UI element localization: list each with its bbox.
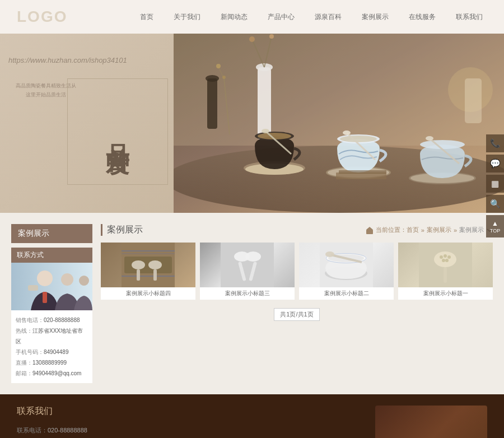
nav-contact[interactable]: 联系我们 — [451, 10, 487, 24]
gallery-img-2 — [200, 243, 295, 287]
footer-top: 联系我们 联系电话：020-88888888 电子邮件：9490489@qq.c… — [17, 406, 487, 438]
svg-point-9 — [249, 36, 255, 42]
pagination: 共1页/共1页 — [101, 308, 493, 321]
search-icon[interactable]: 🔍 — [486, 195, 504, 213]
contact-photo — [11, 263, 92, 310]
contact-box: 联系方式 — [11, 248, 92, 383]
nav-about[interactable]: 关于我们 — [169, 10, 205, 24]
gallery-caption-1: 案例展示小标题四 — [101, 287, 195, 300]
contact-box-title: 联系方式 — [11, 248, 92, 263]
footer-map-area — [375, 406, 487, 438]
footer-info: 联系电话：020-88888888 电子邮件：9490489@qq.com 手机… — [17, 424, 353, 438]
nav-home[interactable]: 首页 — [136, 10, 158, 24]
content-area: 案例展示 当前位置：首页 » 案例展示 » 案例展示 — [101, 224, 493, 383]
gallery: 案例展示小标题四 案例展示小标题三 — [101, 243, 493, 300]
gallery-caption-2: 案例展示小标题三 — [200, 287, 295, 300]
svg-point-33 — [222, 76, 226, 79]
svg-rect-40 — [43, 292, 47, 303]
footer-title: 联系我们 — [17, 406, 353, 417]
contact-fax: 直播：13088889999 — [16, 357, 88, 368]
gallery-item-3[interactable]: 案例展示小标题二 — [299, 243, 394, 300]
qr-icon[interactable]: ▦ — [486, 175, 504, 193]
sidebar-title: 案例展示 — [11, 224, 92, 243]
svg-point-37 — [37, 271, 53, 286]
svg-point-71 — [444, 254, 447, 258]
svg-point-51 — [148, 260, 162, 269]
banner-title: 品首发 — [102, 125, 133, 138]
phone-icon[interactable]: 📞 — [486, 134, 504, 152]
sidebar: 案例展示 联系方式 — [11, 224, 92, 383]
banner: https://www.huzhan.com/ishop34101 高品质陶瓷餐… — [0, 34, 504, 213]
svg-point-22 — [343, 131, 351, 135]
svg-rect-41 — [28, 285, 38, 291]
svg-point-65 — [325, 251, 334, 257]
svg-point-57 — [245, 251, 261, 262]
gallery-img-3 — [299, 243, 394, 287]
svg-rect-54 — [221, 243, 274, 287]
top-label: TOP — [490, 228, 500, 234]
nav-wiki[interactable]: 源泉百科 — [310, 10, 346, 24]
gallery-img-4 — [398, 243, 493, 287]
svg-point-73 — [442, 259, 445, 262]
svg-rect-52 — [153, 269, 157, 281]
footer-contact-section: 联系我们 联系电话：020-88888888 电子邮件：9490489@qq.c… — [17, 406, 353, 438]
banner-url: https://www.huzhan.com/ishop34101 — [8, 56, 127, 64]
svg-point-70 — [440, 255, 443, 259]
contact-mobile: 手机号码：84904489 — [16, 347, 88, 357]
spoon-img-4 — [419, 243, 472, 287]
content-title: 案例展示 — [101, 224, 143, 236]
svg-rect-50 — [137, 269, 140, 281]
svg-point-4 — [206, 75, 219, 82]
svg-point-39 — [79, 276, 89, 286]
spoon-img-2 — [221, 243, 274, 287]
banner-image — [174, 34, 504, 213]
footer: 联系我们 联系电话：020-88888888 电子邮件：9490489@qq.c… — [0, 394, 504, 438]
breadcrumb: 当前位置：首页 » 案例展示 » 案例展示 — [366, 226, 493, 234]
breadcrumb-parent[interactable]: 案例展示 — [427, 226, 451, 234]
svg-point-38 — [61, 273, 73, 286]
breadcrumb-current: 案例展示 — [459, 226, 484, 234]
main-content: 案例展示 联系方式 — [0, 213, 504, 394]
svg-point-49 — [132, 260, 145, 269]
footer-decoration — [375, 406, 487, 438]
main-nav: 首页 关于我们 新闻动态 产品中心 源泉百科 案例展示 在线服务 联系我们 — [136, 10, 487, 24]
svg-rect-29 — [339, 170, 386, 174]
logo-area: LOGO — [17, 8, 67, 26]
pagination-btn[interactable]: 共1页/共1页 — [274, 308, 319, 321]
contact-info: 销售电话：020-88888888 热线：江苏省XXX地址省市区 手机号码：84… — [11, 310, 92, 383]
banner-right — [174, 34, 504, 213]
header: LOGO 首页 关于我们 新闻动态 产品中心 源泉百科 案例展示 在线服务 联系… — [0, 0, 504, 34]
svg-point-25 — [420, 140, 465, 149]
breadcrumb-sep2: » — [454, 227, 457, 234]
svg-rect-35 — [465, 78, 482, 123]
logo: LOGO — [17, 8, 67, 26]
banner-box: 品首发 — [67, 78, 168, 185]
gallery-item-1[interactable]: 案例展示小标题四 — [101, 243, 195, 300]
svg-point-27 — [426, 136, 433, 141]
top-arrow: ▲ — [492, 220, 498, 227]
nav-news[interactable]: 新闻动态 — [216, 10, 252, 24]
contact-hotline: 热线：江苏省XXX地址省市区 — [16, 325, 88, 347]
bowl-img — [320, 243, 373, 287]
svg-rect-42 — [366, 230, 373, 234]
gallery-img-1 — [101, 243, 195, 287]
nav-cases[interactable]: 案例展示 — [357, 10, 393, 24]
nav-products[interactable]: 产品中心 — [263, 10, 299, 24]
svg-rect-69 — [444, 267, 447, 283]
nav-service[interactable]: 在线服务 — [404, 10, 440, 24]
content-header: 案例展示 当前位置：首页 » 案例展示 » 案例展示 — [101, 224, 493, 236]
gallery-item-2[interactable]: 案例展示小标题三 — [200, 243, 295, 300]
svg-point-72 — [447, 255, 451, 259]
spoon-img-1 — [122, 243, 175, 287]
svg-point-68 — [434, 251, 456, 267]
svg-rect-3 — [207, 78, 217, 129]
svg-point-20 — [340, 136, 377, 142]
chat-icon[interactable]: 💬 — [486, 155, 504, 173]
gallery-item-4[interactable]: 案例展示小标题一 — [398, 243, 493, 300]
footer-phone: 联系电话：020-88888888 — [17, 424, 353, 436]
breadcrumb-sep1: » — [421, 227, 424, 234]
top-button[interactable]: ▲ TOP — [486, 215, 504, 237]
svg-point-32 — [216, 64, 221, 68]
breadcrumb-home[interactable]: 当前位置：首页 — [376, 226, 419, 234]
contact-email: 邮箱：94904489@qq.com — [16, 368, 88, 379]
